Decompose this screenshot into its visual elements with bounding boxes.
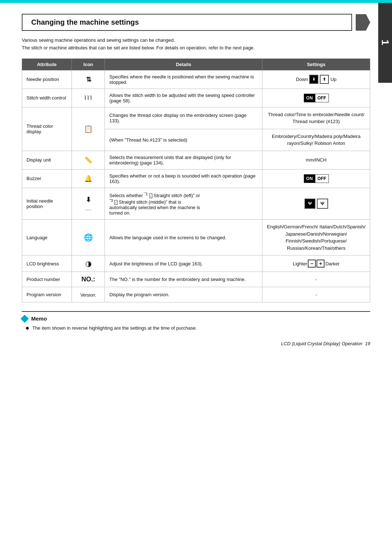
buzzer-on-label: ON (304, 174, 315, 183)
display-unit-icon: 📏 (72, 151, 105, 169)
initial-needle-icon: ⬇___ (72, 188, 105, 220)
attr-lcd-brightness: LCD brightness (22, 256, 72, 272)
needle-position-icon: ⇅ (72, 70, 105, 89)
footer-text: LCD (Liquid Crystal Display) Operation (281, 341, 362, 346)
header-icon: Icon (72, 58, 105, 70)
program-version-icon: Version: (72, 287, 105, 302)
needle-init-btn-1: Ψ (305, 199, 316, 209)
chapter-number: 1 (379, 40, 391, 46)
table-row: Thread colordisplay 📋 Changes the thread… (22, 107, 370, 129)
attr-needle-position: Needle position (22, 70, 72, 89)
attr-program-version: Program version (22, 287, 72, 302)
details-display-unit: Selects the measurement units that are d… (105, 151, 262, 169)
details-language: Allows the language used in the screens … (105, 220, 262, 256)
section-title: Changing the machine settings (22, 14, 352, 31)
attr-language: Language (22, 220, 72, 256)
header-settings: Settings (262, 58, 370, 70)
table-row: Display unit 📏 Selects the measurement u… (22, 151, 370, 169)
attr-initial-needle: Initial needle position (22, 188, 72, 220)
header-attribute: Attribute (22, 58, 72, 70)
version-label: Version: (80, 293, 96, 298)
darker-label: Darker (325, 260, 339, 268)
settings-display-unit: mm/INCH (262, 151, 370, 169)
stitch-width-icon: ⌇⌇⌇ (72, 89, 105, 107)
details-initial-needle: Selects whether “1 〈 Straight stitch (le… (105, 188, 262, 220)
settings-initial-needle: Ψ Ψ (262, 188, 370, 220)
settings-thread-color-1: Thread color/Time to embroider/Needle co… (262, 107, 370, 129)
intro-line-2: The stitch or machine attributes that ca… (22, 44, 370, 52)
table-row: Needle position ⇅ Specifies where the ne… (22, 70, 370, 89)
settings-program-version: - (262, 287, 370, 302)
minus-btn: − (308, 260, 316, 268)
table-row: Program version Version: Display the pro… (22, 287, 370, 302)
table-row: Stitch width control ⌇⌇⌇ Allows the stit… (22, 89, 370, 107)
details-product-number: The "NO." is the number for the embroide… (105, 272, 262, 287)
memo-diamond-icon (21, 314, 29, 323)
intro-text: Various sewing machine operations and se… (22, 37, 370, 52)
down-label: Down (296, 76, 308, 83)
needle-init-btn-3: Ψ (317, 199, 328, 209)
settings-lcd-brightness: Lighter − + Darker (262, 256, 370, 272)
on-label: ON (304, 94, 315, 102)
settings-product-number: - (262, 272, 370, 287)
settings-needle-position: Down ⬇ ⬆ Up (262, 70, 370, 89)
details-thread-color-2: (When "Thread No.#123" is selected) (105, 129, 262, 151)
table-row: Product number NO.: The "NO." is the num… (22, 272, 370, 287)
memo-title: Memo (22, 315, 370, 322)
section-arrow-icon (356, 14, 370, 31)
language-icon: 🌐 (72, 220, 105, 256)
up-btn: ⬆ (320, 75, 329, 84)
settings-thread-color-2: Embroidery/Country/Madeira poly/Madeira … (262, 129, 370, 151)
attr-buzzer: Buzzer (22, 169, 72, 188)
product-number-label: NO.: (81, 276, 95, 283)
settings-table: Attribute Icon Details Settings Needle p… (22, 58, 370, 303)
details-program-version: Display the program version. (105, 287, 262, 302)
details-needle-position: Specifies where the needle is positioned… (105, 70, 262, 89)
details-lcd-brightness: Adjust the brightness of the LCD (page 1… (105, 256, 262, 272)
attr-stitch-width: Stitch width control (22, 89, 72, 107)
settings-language: English/German/French/ Italian/Dutch/Spa… (262, 220, 370, 256)
table-row: Language 🌐 Allows the language used in t… (22, 220, 370, 256)
table-row: Buzzer 🔔 Specifies whether or not a beep… (22, 169, 370, 188)
product-number-icon: NO.: (72, 272, 105, 287)
buzzer-icon: 🔔 (72, 169, 105, 188)
bullet-icon: ● (25, 325, 29, 331)
header-details: Details (105, 58, 262, 70)
table-row: Initial needle position ⬇___ Selects whe… (22, 188, 370, 220)
memo-title-text: Memo (31, 315, 47, 322)
attr-thread-color: Thread colordisplay (22, 107, 72, 151)
thread-color-icon: 📋 (72, 107, 105, 151)
buzzer-off-label: OFF (315, 174, 329, 183)
settings-buzzer: ON OFF (262, 169, 370, 188)
footer: LCD (Liquid Crystal Display) Operation 1… (281, 341, 370, 346)
table-row: LCD brightness ◑ Adjust the brightness o… (22, 256, 370, 272)
footer-page: 19 (365, 341, 370, 346)
off-label: OFF (315, 94, 329, 102)
chapter-tab: 1 (378, 3, 392, 83)
attr-product-number: Product number (22, 272, 72, 287)
attr-display-unit: Display unit (22, 151, 72, 169)
lcd-brightness-icon: ◑ (72, 256, 105, 272)
up-label: Up (330, 76, 336, 83)
settings-stitch-width: ON OFF (262, 89, 370, 107)
section-header: Changing the machine settings (22, 14, 370, 31)
plus-btn: + (317, 260, 324, 268)
details-stitch-width: Allows the stitch width to be adjusted w… (105, 89, 262, 107)
intro-line-1: Various sewing machine operations and se… (22, 37, 370, 44)
memo-item: ● The item shown in reverse highlighting… (25, 325, 370, 332)
details-thread-color-1: Changes the thread color display on the … (105, 107, 262, 129)
memo-section: Memo ● The item shown in reverse highlig… (22, 311, 370, 332)
top-bar (0, 0, 392, 3)
memo-item-text: The item shown in reverse highlighting a… (32, 325, 197, 332)
details-buzzer: Specifies whether or not a beep is sound… (105, 169, 262, 188)
lighter-label: Lighter (293, 260, 307, 268)
down-btn: ⬇ (309, 75, 318, 84)
